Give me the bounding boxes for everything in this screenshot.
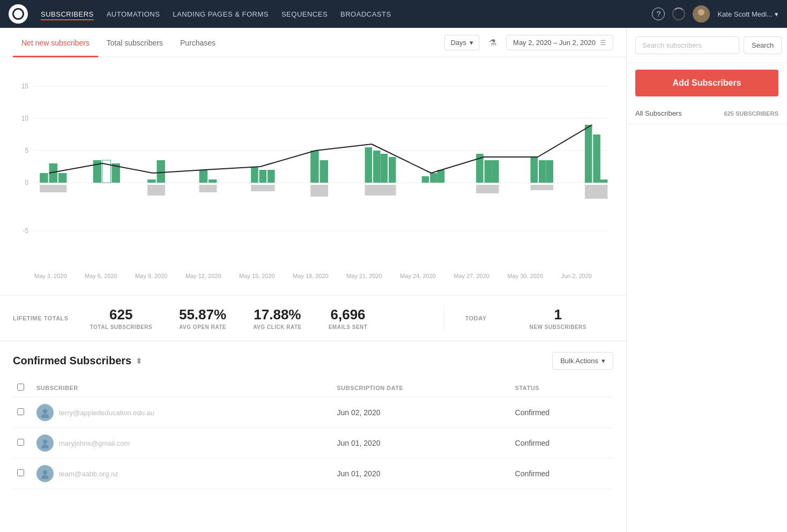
svg-rect-31 bbox=[310, 185, 328, 197]
days-select[interactable]: Days ▾ bbox=[444, 35, 479, 50]
svg-rect-37 bbox=[422, 176, 429, 183]
subscription-date: Jun 01, 2020 bbox=[333, 459, 511, 489]
avatar bbox=[36, 434, 54, 452]
select-all-checkbox[interactable] bbox=[17, 384, 24, 391]
total-subscribers-stat: 625 Total Subscribers bbox=[90, 306, 152, 330]
new-subscribers-today-stat: 1 New Subscribers bbox=[530, 306, 586, 330]
user-name: Kate Scott Medi... bbox=[717, 10, 773, 18]
avg-open-rate-value: 55.87% bbox=[179, 306, 226, 323]
svg-text:-5: -5 bbox=[23, 227, 29, 234]
avg-click-rate-stat: 17.88% Avg Click Rate bbox=[253, 306, 302, 330]
filter-button[interactable]: ⚗ bbox=[485, 35, 501, 50]
logo-icon bbox=[12, 8, 24, 20]
emails-sent-key: Emails Sent bbox=[329, 324, 368, 330]
sidebar-all-subscribers-row[interactable]: All Subscribers 625 SUBSCRIBERS bbox=[635, 109, 778, 117]
chevron-down-icon: ▾ bbox=[470, 39, 473, 47]
svg-rect-26 bbox=[259, 170, 267, 183]
logo[interactable] bbox=[9, 4, 28, 24]
svg-rect-29 bbox=[310, 151, 318, 183]
svg-rect-28 bbox=[251, 185, 274, 191]
x-label-may12: May 12, 2020 bbox=[185, 273, 221, 279]
table-row: terry@applededucation.edu.au Jun 02, 202… bbox=[13, 398, 613, 428]
svg-rect-48 bbox=[585, 125, 592, 183]
svg-rect-46 bbox=[546, 160, 553, 183]
svg-rect-38 bbox=[430, 173, 437, 183]
svg-rect-23 bbox=[209, 179, 217, 183]
avg-open-rate-key: Avg Open Rate bbox=[179, 324, 226, 330]
svg-rect-21 bbox=[147, 185, 165, 196]
col-subscriber: Subscriber bbox=[32, 378, 333, 398]
svg-point-0 bbox=[698, 9, 704, 16]
svg-rect-42 bbox=[492, 160, 499, 183]
svg-rect-12 bbox=[40, 173, 48, 183]
table-row: team@aabb.org.nz Jun 01, 2020 Confirmed bbox=[13, 459, 613, 489]
add-subscribers-button[interactable]: Add Subscribers bbox=[635, 70, 778, 96]
days-label: Days bbox=[450, 39, 466, 47]
svg-rect-24 bbox=[199, 185, 217, 192]
nav-item-subscribers[interactable]: Subscribers bbox=[41, 8, 94, 20]
row-checkbox[interactable] bbox=[17, 439, 24, 446]
x-label-may24: May 24, 2020 bbox=[400, 273, 436, 279]
svg-rect-44 bbox=[531, 157, 538, 183]
x-label-may9: May 9, 2020 bbox=[135, 273, 168, 279]
sidebar: Search Add Subscribers All Subscribers 6… bbox=[626, 28, 787, 532]
nav-item-automations[interactable]: Automations bbox=[107, 8, 160, 20]
svg-rect-45 bbox=[539, 160, 546, 183]
date-range-picker[interactable]: May 2, 2020 – Jun 2, 2020 ☰ bbox=[506, 35, 613, 50]
status: Confirmed bbox=[511, 459, 613, 489]
svg-rect-33 bbox=[373, 151, 381, 183]
svg-rect-35 bbox=[389, 157, 396, 183]
sort-icon[interactable]: ⬍ bbox=[136, 357, 142, 365]
avg-click-rate-value: 17.88% bbox=[253, 306, 302, 323]
subscription-date: Jun 01, 2020 bbox=[333, 428, 511, 459]
avg-open-rate-stat: 55.87% Avg Open Rate bbox=[179, 306, 226, 330]
date-range-value: May 2, 2020 – Jun 2, 2020 bbox=[513, 39, 596, 47]
svg-rect-47 bbox=[531, 185, 553, 190]
search-button[interactable]: Search bbox=[744, 36, 782, 54]
subscriber-cell: team@aabb.org.nz bbox=[36, 465, 329, 482]
x-label-may3: May 3, 2020 bbox=[34, 273, 67, 279]
user-menu[interactable]: Kate Scott Medi... ▾ bbox=[717, 10, 778, 18]
svg-rect-34 bbox=[381, 154, 388, 183]
svg-rect-43 bbox=[476, 185, 499, 193]
nav-right: ? Kate Scott Medi... ▾ bbox=[652, 5, 778, 23]
tab-purchases[interactable]: Purchases bbox=[172, 28, 224, 57]
svg-rect-14 bbox=[58, 173, 66, 183]
svg-rect-49 bbox=[593, 134, 600, 183]
col-date: Subscription Date bbox=[333, 378, 511, 398]
svg-rect-27 bbox=[268, 170, 275, 183]
svg-rect-36 bbox=[365, 185, 396, 196]
row-checkbox[interactable] bbox=[17, 469, 24, 476]
svg-text:5: 5 bbox=[25, 147, 29, 154]
svg-rect-25 bbox=[251, 167, 258, 183]
main-wrapper: Net new subscribers Total subscribers Pu… bbox=[0, 28, 787, 532]
col-status: Status bbox=[511, 378, 613, 398]
svg-text:10: 10 bbox=[21, 115, 28, 122]
subscriber-email: terry@applededucation.edu.au bbox=[59, 409, 154, 417]
dropdown-icon: ▾ bbox=[602, 357, 605, 365]
x-label-may18: May 18, 2020 bbox=[293, 273, 329, 279]
svg-rect-32 bbox=[365, 147, 373, 183]
svg-rect-20 bbox=[157, 160, 165, 183]
search-input[interactable] bbox=[635, 36, 739, 54]
svg-point-56 bbox=[43, 470, 48, 475]
nav-item-broadcasts[interactable]: Broadcasts bbox=[340, 8, 391, 20]
bulk-actions-button[interactable]: Bulk Actions ▾ bbox=[552, 352, 613, 370]
navigation: Subscribers Automations Landing Pages & … bbox=[0, 0, 787, 28]
emails-sent-stat: 6,696 Emails Sent bbox=[329, 306, 368, 330]
x-label-may15: May 15, 2020 bbox=[239, 273, 275, 279]
svg-rect-15 bbox=[40, 185, 66, 192]
nav-item-landing-pages[interactable]: Landing Pages & Forms bbox=[173, 8, 269, 20]
help-button[interactable]: ? bbox=[652, 8, 665, 20]
row-checkbox[interactable] bbox=[17, 408, 24, 415]
tab-net-new-subscribers[interactable]: Net new subscribers bbox=[13, 28, 98, 57]
sidebar-section-all: All Subscribers 625 SUBSCRIBERS bbox=[627, 103, 787, 124]
new-subscribers-today-key: New Subscribers bbox=[530, 324, 586, 330]
tab-total-subscribers[interactable]: Total subscribers bbox=[98, 28, 172, 57]
table-header: Confirmed Subscribers ⬍ Bulk Actions ▾ bbox=[13, 352, 613, 370]
svg-rect-22 bbox=[199, 170, 207, 183]
calendar-icon: ☰ bbox=[600, 39, 606, 47]
nav-item-sequences[interactable]: Sequences bbox=[281, 8, 328, 20]
all-subscribers-count: 625 SUBSCRIBERS bbox=[724, 110, 778, 117]
avatar bbox=[693, 5, 710, 23]
